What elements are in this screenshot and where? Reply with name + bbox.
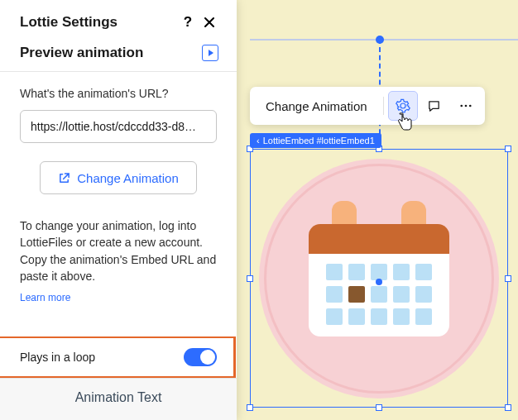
alignment-guide-horizontal bbox=[250, 39, 518, 41]
animation-text-tab[interactable]: Animation Text bbox=[0, 378, 237, 420]
animation-background-circle: + bbox=[259, 159, 499, 399]
toolbar-change-animation-button[interactable]: Change Animation bbox=[254, 93, 379, 120]
breadcrumb-chevron-icon: ‹ bbox=[257, 136, 260, 146]
close-icon[interactable] bbox=[199, 12, 220, 33]
more-button[interactable] bbox=[451, 91, 481, 121]
element-tag-label: LottieEmbed #lottieEmbed1 bbox=[263, 136, 375, 146]
change-animation-button[interactable]: Change Animation bbox=[40, 161, 197, 194]
calendar-marked-cell bbox=[348, 286, 365, 303]
dots-icon bbox=[458, 98, 473, 113]
toggle-knob bbox=[200, 350, 215, 365]
panel-title: Lottie Settings bbox=[20, 14, 177, 31]
calendar-dot-icon bbox=[376, 279, 382, 285]
calendar-graphic: + bbox=[309, 224, 449, 336]
calendar-body: + bbox=[309, 254, 449, 336]
help-text: To change your animation, log into Lotti… bbox=[20, 217, 217, 284]
svg-point-0 bbox=[460, 105, 463, 107]
learn-more-link[interactable]: Learn more bbox=[20, 292, 70, 303]
play-icon bbox=[209, 50, 213, 56]
comment-icon bbox=[427, 99, 441, 113]
comment-button[interactable] bbox=[420, 91, 449, 121]
element-tag[interactable]: ‹ LottieEmbed #lottieEmbed1 bbox=[250, 133, 381, 148]
calendar-header bbox=[309, 224, 449, 254]
editor-canvas[interactable]: Change Animation ‹ LottieEmbed #lottieEm… bbox=[237, 0, 518, 420]
preview-label: Preview animation bbox=[20, 45, 143, 61]
preview-row: Preview animation bbox=[0, 41, 237, 71]
lottie-settings-panel: Lottie Settings ? Preview animation What… bbox=[0, 0, 237, 420]
animation-url-input[interactable] bbox=[20, 110, 217, 143]
divider bbox=[0, 71, 237, 72]
svg-point-2 bbox=[468, 105, 471, 107]
element-toolbar: Change Animation bbox=[250, 87, 485, 125]
settings-button[interactable] bbox=[388, 91, 418, 121]
url-field-label: What's the animation's URL? bbox=[20, 87, 217, 100]
alignment-anchor-dot bbox=[376, 36, 384, 44]
change-animation-label: Change Animation bbox=[77, 171, 179, 185]
url-section: What's the animation's URL? Change Anima… bbox=[0, 87, 237, 318]
panel-header: Lottie Settings ? bbox=[0, 0, 237, 41]
selection-frame[interactable]: + bbox=[250, 149, 508, 408]
lottie-animation-preview: + bbox=[251, 150, 507, 407]
gear-icon bbox=[396, 98, 410, 113]
loop-toggle[interactable] bbox=[184, 348, 217, 366]
svg-point-1 bbox=[464, 105, 467, 107]
loop-label: Plays in a loop bbox=[20, 351, 95, 364]
loop-row: Plays in a loop bbox=[0, 336, 236, 378]
external-link-icon bbox=[58, 172, 70, 184]
toolbar-divider bbox=[383, 97, 384, 115]
play-button[interactable] bbox=[202, 45, 218, 61]
help-icon[interactable]: ? bbox=[177, 12, 199, 33]
